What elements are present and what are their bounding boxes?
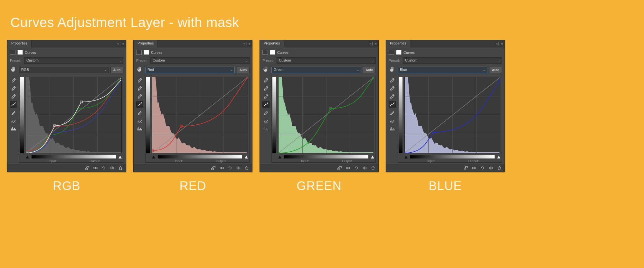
delete-icon[interactable] xyxy=(369,165,376,171)
visibility-icon[interactable] xyxy=(235,165,242,171)
view-previous-icon[interactable] xyxy=(218,165,225,171)
eyedropper-icon[interactable] xyxy=(10,77,17,83)
curve-tool-icon[interactable] xyxy=(10,101,17,108)
curves-adjustment-icon[interactable] xyxy=(10,50,15,55)
pencil-tool-icon[interactable] xyxy=(10,109,17,116)
clip-to-layer-icon[interactable] xyxy=(210,165,217,171)
curves-adjustment-icon[interactable] xyxy=(389,50,394,55)
eyedropper-icon[interactable] xyxy=(262,77,270,83)
curves-graph[interactable]: Input: Output: xyxy=(145,76,250,163)
curves-plot[interactable] xyxy=(26,77,122,153)
white-point-slider[interactable] xyxy=(497,156,500,158)
histogram-tool-icon[interactable] xyxy=(136,125,143,132)
curves-graph[interactable]: Input: Output: xyxy=(19,76,123,163)
layer-mask-icon[interactable] xyxy=(144,50,149,55)
curves-plot[interactable] xyxy=(152,77,248,153)
preset-select[interactable]: Custom ⌄ xyxy=(24,57,123,64)
eyedropper-icon[interactable] xyxy=(389,77,396,83)
eyedropper-icon[interactable] xyxy=(136,77,143,83)
targeted-adjustment-icon[interactable] xyxy=(136,66,143,74)
view-previous-icon[interactable] xyxy=(470,165,478,171)
curves-plot[interactable] xyxy=(278,77,374,153)
targeted-adjustment-icon[interactable] xyxy=(389,66,396,74)
eyedropper-minus-icon[interactable] xyxy=(389,93,396,100)
black-point-slider[interactable] xyxy=(404,156,408,158)
visibility-icon[interactable] xyxy=(361,165,368,171)
curve-tool-icon[interactable] xyxy=(136,101,143,108)
curves-graph[interactable]: Input: Output: xyxy=(271,76,376,163)
collapse-icon[interactable]: « xyxy=(496,42,497,45)
reset-icon[interactable] xyxy=(353,165,360,171)
layer-mask-icon[interactable] xyxy=(396,50,402,55)
eyedropper-minus-icon[interactable] xyxy=(10,93,17,100)
tab-properties[interactable]: Properties xyxy=(7,40,32,47)
eyedropper-minus-icon[interactable] xyxy=(136,93,143,100)
visibility-icon[interactable] xyxy=(487,165,494,171)
panel-menu-icon[interactable]: ≡ xyxy=(375,42,376,45)
smooth-tool-icon[interactable] xyxy=(262,117,270,124)
curves-graph[interactable]: Input: Output: xyxy=(398,76,502,163)
curve-tool-icon[interactable] xyxy=(262,101,270,108)
reset-icon[interactable] xyxy=(100,165,107,171)
smooth-tool-icon[interactable] xyxy=(10,117,17,124)
targeted-adjustment-icon[interactable] xyxy=(10,66,17,74)
black-point-slider[interactable] xyxy=(278,156,281,158)
eyedropper-plus-icon[interactable] xyxy=(136,85,143,91)
channel-select[interactable]: Green ⌄ xyxy=(271,67,361,73)
view-previous-icon[interactable] xyxy=(344,165,351,171)
smooth-tool-icon[interactable] xyxy=(389,117,396,124)
channel-select[interactable]: Red ⌄ xyxy=(145,67,235,73)
smooth-tool-icon[interactable] xyxy=(136,117,143,124)
panel-menu-icon[interactable]: ≡ xyxy=(122,42,124,45)
auto-button[interactable]: Auto xyxy=(363,67,376,73)
clip-to-layer-icon[interactable] xyxy=(462,165,469,171)
auto-button[interactable]: Auto xyxy=(237,67,250,73)
delete-icon[interactable] xyxy=(243,165,250,171)
histogram-tool-icon[interactable] xyxy=(10,125,17,132)
reset-icon[interactable] xyxy=(226,165,233,171)
clip-to-layer-icon[interactable] xyxy=(336,165,343,171)
reset-icon[interactable] xyxy=(479,165,486,171)
pencil-tool-icon[interactable] xyxy=(262,109,270,116)
pencil-tool-icon[interactable] xyxy=(136,109,143,116)
collapse-icon[interactable]: « xyxy=(243,42,244,45)
auto-button[interactable]: Auto xyxy=(489,67,502,73)
histogram-tool-icon[interactable] xyxy=(262,125,270,132)
preset-select[interactable]: Custom ⌄ xyxy=(277,57,376,64)
white-point-slider[interactable] xyxy=(245,156,248,158)
tab-properties[interactable]: Properties xyxy=(260,40,284,47)
eyedropper-plus-icon[interactable] xyxy=(262,85,270,91)
layer-mask-icon[interactable] xyxy=(17,50,23,55)
tab-properties[interactable]: Properties xyxy=(386,40,410,47)
white-point-slider[interactable] xyxy=(371,156,374,158)
curves-adjustment-icon[interactable] xyxy=(262,50,268,55)
eyedropper-plus-icon[interactable] xyxy=(10,85,17,91)
collapse-icon[interactable]: « xyxy=(370,42,370,45)
visibility-icon[interactable] xyxy=(109,165,116,171)
histogram-tool-icon[interactable] xyxy=(389,125,396,132)
white-point-slider[interactable] xyxy=(118,156,122,158)
collapse-icon[interactable]: « xyxy=(117,42,118,45)
tab-properties[interactable]: Properties xyxy=(134,40,158,47)
preset-select[interactable]: Custom ⌄ xyxy=(403,57,502,64)
black-point-slider[interactable] xyxy=(26,156,29,158)
clip-to-layer-icon[interactable] xyxy=(83,165,90,171)
preset-select[interactable]: Custom ⌄ xyxy=(150,57,250,64)
delete-icon[interactable] xyxy=(496,165,503,171)
channel-select[interactable]: RGB ⌄ xyxy=(19,67,109,73)
view-previous-icon[interactable] xyxy=(92,165,99,171)
targeted-adjustment-icon[interactable] xyxy=(262,66,270,74)
panel-menu-icon[interactable]: ≡ xyxy=(249,42,250,45)
delete-icon[interactable] xyxy=(117,165,124,171)
pencil-tool-icon[interactable] xyxy=(389,109,396,116)
auto-button[interactable]: Auto xyxy=(110,67,123,73)
eyedropper-plus-icon[interactable] xyxy=(389,85,396,91)
layer-mask-icon[interactable] xyxy=(270,50,275,55)
panel-menu-icon[interactable]: ≡ xyxy=(501,42,503,45)
channel-select[interactable]: Blue ⌄ xyxy=(398,67,487,73)
curves-plot[interactable] xyxy=(404,77,500,153)
curves-adjustment-icon[interactable] xyxy=(136,50,142,55)
curve-tool-icon[interactable] xyxy=(389,101,396,108)
eyedropper-minus-icon[interactable] xyxy=(262,93,270,100)
black-point-slider[interactable] xyxy=(152,156,155,158)
